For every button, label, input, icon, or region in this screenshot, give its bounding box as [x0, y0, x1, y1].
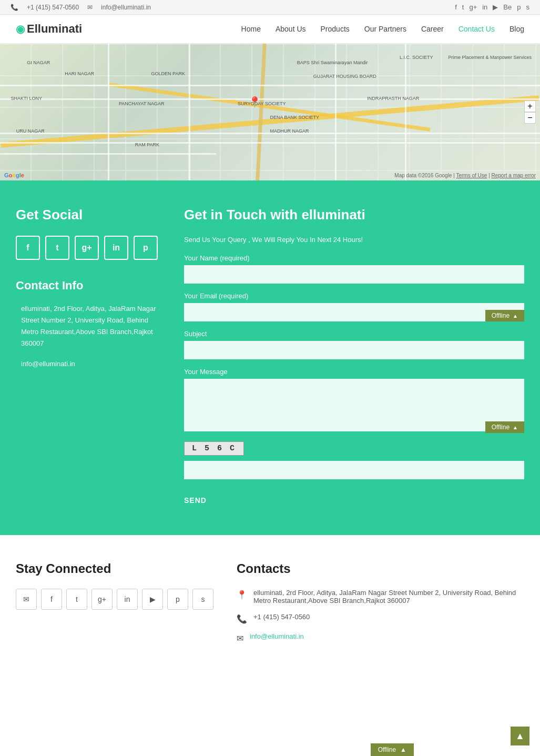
topbar-youtube-link[interactable]: ▶	[493, 3, 498, 11]
map-terms[interactable]: Terms of Use	[456, 173, 487, 178]
email-input[interactable]	[184, 303, 524, 321]
left-column: Get Social f t g+ in p Contact Info ellu…	[16, 207, 163, 509]
contact-email: info@elluminati.in	[16, 360, 163, 368]
footer-gplus-icon[interactable]: g+	[91, 589, 113, 610]
subject-group: Subject	[184, 330, 524, 359]
footer-email-item: ✉ info@elluminati.in	[237, 632, 524, 643]
footer-address: elluminati, 2rd Floor, Aditya, JalaRam N…	[253, 589, 524, 604]
nav-links: Home About Us Products Our Partners Care…	[241, 25, 524, 33]
offline-label-message: Offline	[492, 424, 510, 431]
topbar-skype-link[interactable]: s	[526, 3, 530, 11]
top-bar: 📞 +1 (415) 547-0560 ✉ info@elluminati.in…	[0, 0, 540, 15]
footer-pinterest-icon[interactable]: p	[167, 589, 188, 610]
footer-phone-item: 📞 +1 (415) 547-0560	[237, 613, 524, 624]
map-label-baps: BAPS Shri Swaminarayan Mandir	[297, 60, 368, 65]
stay-connected-title: Stay Connected	[16, 561, 216, 576]
logo: ◉ Elluminati	[16, 22, 82, 36]
topbar-facebook-link[interactable]: f	[455, 3, 457, 11]
chevron-up-icon: ▲	[513, 313, 518, 319]
topbar-behance-link[interactable]: Be	[503, 3, 512, 11]
navbar: ◉ Elluminati Home About Us Products Our …	[0, 15, 540, 44]
footer-twitter-icon[interactable]: t	[66, 589, 87, 610]
contact-info-title: Contact Info	[16, 279, 163, 293]
form-title: Get in Touch with elluminati	[184, 207, 524, 223]
map-label-panchayat: PANCHAYAT NAGAR	[119, 101, 165, 106]
email-group: Your Email (required) Offline ▲	[184, 292, 524, 321]
social-pinterest-icon[interactable]: p	[134, 236, 158, 260]
offline-badge-message[interactable]: Offline ▲	[485, 421, 524, 433]
message-textarea[interactable]	[184, 379, 524, 431]
logo-pin-icon: ◉	[16, 23, 25, 35]
name-label: Your Name (required)	[184, 254, 524, 262]
nav-blog[interactable]: Blog	[510, 25, 524, 33]
nav-partners[interactable]: Our Partners	[364, 25, 406, 33]
map-label-uru: URU NAGAR	[16, 128, 45, 134]
google-logo: Google	[4, 172, 24, 178]
map-section: GI NAGAR HARI NAGAR GOLDEN PARK SHAKTI L…	[0, 44, 540, 180]
name-input[interactable]	[184, 265, 524, 284]
topbar-email: info@elluminati.in	[101, 4, 151, 11]
map-label-ram: RAM PARK	[135, 142, 159, 147]
offline-badge-email[interactable]: Offline ▲	[485, 310, 524, 321]
map-label-golden: GOLDEN PARK	[151, 71, 185, 76]
social-icons-row: f t g+ in p	[16, 236, 163, 260]
logo-text: Elluminati	[27, 22, 82, 36]
map-label-gujarat: GUJARAT HOUSING BOARD	[313, 74, 376, 79]
name-group: Your Name (required)	[184, 254, 524, 284]
topbar-twitter-link[interactable]: t	[462, 3, 464, 11]
footer-email-icon[interactable]: ✉	[16, 589, 37, 610]
footer-address-item: 📍 elluminati, 2rd Floor, Aditya, JalaRam…	[237, 589, 524, 604]
subject-input[interactable]	[184, 341, 524, 359]
zoom-in-button[interactable]: +	[524, 100, 536, 112]
phone-icon: 📞	[11, 4, 18, 11]
footer-linkedin-icon[interactable]: in	[117, 589, 138, 610]
offline-label-email: Offline	[492, 312, 510, 319]
topbar-gplus-link[interactable]: g+	[469, 3, 477, 11]
email-icon: ✉	[87, 4, 93, 11]
message-group: Your Message Offline ▲	[184, 368, 524, 433]
email-icon-footer: ✉	[237, 633, 243, 643]
send-button[interactable]: SEND	[184, 492, 207, 509]
map-placeholder: GI NAGAR HARI NAGAR GOLDEN PARK SHAKTI L…	[0, 44, 540, 180]
topbar-linkedin-link[interactable]: in	[482, 3, 487, 11]
footer-left: Stay Connected ✉ f t g+ in ▶ p s	[16, 561, 216, 652]
nav-contact[interactable]: Contact Us	[459, 25, 495, 33]
get-social-title: Get Social	[16, 207, 163, 223]
map-label-suryoday: SURYODAY SOCIETY	[238, 101, 286, 106]
social-twitter-icon[interactable]: t	[45, 236, 69, 260]
social-facebook-icon[interactable]: f	[16, 236, 40, 260]
footer: Stay Connected ✉ f t g+ in ▶ p s Contact…	[0, 535, 540, 678]
footer-email-link[interactable]: info@elluminati.in	[250, 632, 304, 640]
phone-icon-footer: 📞	[237, 614, 247, 624]
footer-phone: +1 (415) 547-0560	[253, 613, 310, 621]
top-bar-social: f t g+ in ▶ Be p s	[455, 3, 529, 11]
email-label: Your Email (required)	[184, 292, 524, 300]
nav-home[interactable]: Home	[241, 25, 261, 33]
nav-career[interactable]: Career	[421, 25, 444, 33]
social-linkedin-icon[interactable]: in	[104, 236, 128, 260]
map-report[interactable]: Report a map error	[492, 173, 536, 178]
footer-facebook-icon[interactable]: f	[41, 589, 62, 610]
map-copyright: Map data ©2016 Google	[394, 173, 452, 178]
chevron-up-icon-2: ▲	[513, 425, 518, 430]
map-label-hari: HARI NAGAR	[65, 71, 94, 76]
footer-youtube-icon[interactable]: ▶	[142, 589, 163, 610]
right-column: Get in Touch with elluminati Send Us You…	[184, 207, 524, 509]
footer-skype-icon[interactable]: s	[192, 589, 213, 610]
map-label-shakti: SHAKTI LONY	[11, 96, 43, 101]
topbar-pinterest-link[interactable]: p	[517, 3, 521, 11]
captcha-input[interactable]	[184, 461, 524, 479]
footer-social-icons: ✉ f t g+ in ▶ p s	[16, 589, 216, 610]
map-label-indraprasth: INDRAPRASTH NAGAR	[367, 96, 419, 101]
social-gplus-icon[interactable]: g+	[75, 236, 99, 260]
top-bar-left: 📞 +1 (415) 547-0560 ✉ info@elluminati.in	[11, 4, 151, 11]
map-zoom: + −	[524, 100, 536, 124]
message-label: Your Message	[184, 368, 524, 376]
form-subtitle: Send Us Your Query , We Will Reply You I…	[184, 236, 524, 244]
nav-products[interactable]: Products	[321, 25, 350, 33]
footer-right: Contacts 📍 elluminati, 2rd Floor, Aditya…	[237, 561, 524, 652]
zoom-out-button[interactable]: −	[524, 112, 536, 124]
nav-about[interactable]: About Us	[276, 25, 306, 33]
map-pin: 📍	[248, 96, 261, 108]
map-footer: Map data ©2016 Google | Terms of Use | R…	[394, 173, 536, 178]
